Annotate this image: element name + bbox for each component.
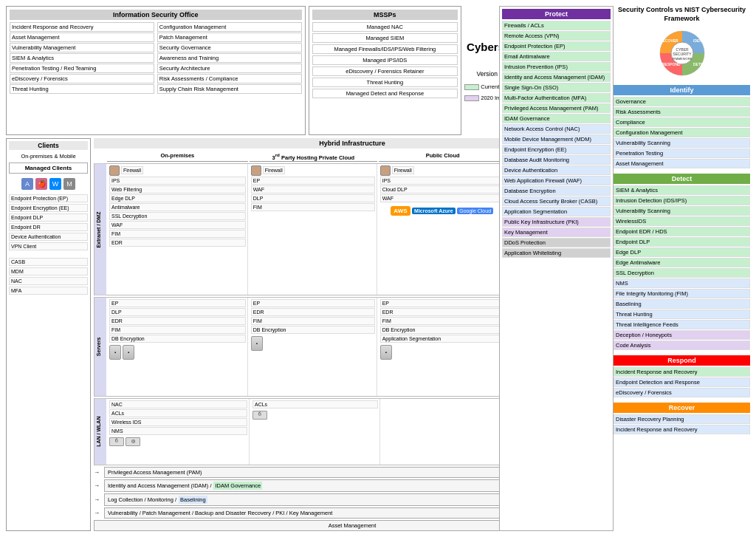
lan-3rdparty: ACLs ⎙ bbox=[251, 399, 380, 465]
srv-pc-fim: FIM bbox=[380, 317, 504, 325]
info-item: Penetration Testing / Red Teaming bbox=[10, 64, 154, 73]
si-3p-firewall: Firewall bbox=[263, 166, 285, 174]
info-item: Patch Management bbox=[157, 33, 302, 42]
detect-item: NMS bbox=[614, 278, 750, 288]
detect-item: Deception / Honeypots bbox=[614, 330, 750, 340]
os-icons: A 🍎 W M bbox=[9, 177, 88, 191]
windows-icon: W bbox=[49, 178, 61, 190]
server-hw-icons: ▪ ▪ bbox=[109, 345, 246, 360]
ap-icon: ◎ bbox=[126, 437, 140, 446]
protect-item: Web Application Firewall (WAF) bbox=[502, 176, 611, 185]
info-item: eDiscovery / Forensics bbox=[10, 74, 154, 83]
server-icon: ▪ bbox=[123, 345, 134, 360]
clients-box: Clients On-premises & Mobile Managed Cli… bbox=[6, 138, 91, 531]
legend-color-2020 bbox=[464, 95, 479, 101]
baselining-badge: Baselining bbox=[179, 496, 207, 504]
info-sec-title: Information Security Office bbox=[10, 10, 302, 20]
lan-nms: NMS bbox=[109, 427, 247, 435]
srv-ep: EP bbox=[109, 299, 246, 307]
server-hw-icons-3p: ▪ bbox=[251, 336, 375, 351]
col-onprem-header: On-premises bbox=[107, 152, 248, 162]
detect-item: Endpoint EDR / HDS bbox=[614, 227, 750, 236]
identify-item: Penetration Testing bbox=[614, 148, 750, 158]
protect-item: Key Management bbox=[502, 228, 611, 237]
respond-header: Respond bbox=[614, 355, 750, 366]
extranet-onprem: Firewall IPS Web Filtering Edge DLP Anti… bbox=[108, 164, 248, 295]
si-ips: IPS bbox=[109, 177, 246, 185]
switch-icon-3p: ⎙ bbox=[252, 411, 267, 420]
arrow2: → bbox=[94, 482, 103, 489]
info-sec-col2: Configuration Management Patch Managemen… bbox=[157, 22, 302, 95]
protect-item: Multi-Factor Authentication (MFA) bbox=[502, 93, 611, 103]
extranet-pubcloud: Firewall IPS Cloud DLP WAF AWS Microsoft… bbox=[379, 164, 506, 295]
col-pubcloud-header: Public Cloud bbox=[379, 152, 506, 162]
client-vpn: VPN Client bbox=[9, 242, 88, 250]
protect-item: Cloud Access Security Broker (CASB) bbox=[502, 196, 611, 206]
si-pc-cdlp: Cloud DLP bbox=[380, 185, 504, 194]
protect-item: Endpoint Protection (EP) bbox=[502, 41, 611, 51]
protect-item: Public Key Infrastructure (PKI) bbox=[502, 217, 611, 227]
si-pc-waf: WAF bbox=[380, 194, 504, 202]
protect-item: Single Sign-On (SSO) bbox=[502, 83, 611, 92]
protect-item: Database Audit Monitoring bbox=[502, 155, 611, 165]
identify-item: Asset Management bbox=[614, 159, 750, 168]
detect-item: WirelessIDS bbox=[614, 216, 750, 226]
client-casb: CASB bbox=[9, 258, 88, 266]
aws-area: AWS Microsoft Azure Google Cloud bbox=[380, 206, 504, 216]
arrow1: → bbox=[94, 469, 103, 476]
si-firewall: Firewall bbox=[121, 166, 143, 174]
mssps-title: MSSPs bbox=[312, 10, 458, 20]
servers-pubcloud: EP EDR FIM DB Encryption Application Seg… bbox=[379, 298, 506, 396]
lan-3p-acls: ACLs bbox=[252, 400, 378, 408]
mssp-item: Managed NAC bbox=[312, 22, 458, 32]
lan-hw-icons-3p: ⎙ bbox=[252, 411, 378, 420]
svg-text:RECOVER: RECOVER bbox=[660, 38, 678, 43]
lan-nac: NAC bbox=[109, 400, 247, 408]
info-item: Supply Chain Risk Management bbox=[157, 84, 302, 94]
info-item: Risk Assessments / Compliance bbox=[157, 74, 302, 83]
protect-item: Firewalls / ACLs bbox=[502, 21, 611, 30]
protect-item: Application Segmentation bbox=[502, 207, 611, 216]
detect-item: Edge DLP bbox=[614, 247, 750, 257]
gcp-badge: Google Cloud bbox=[457, 208, 493, 214]
info-item: SIEM & Analytics bbox=[10, 53, 154, 63]
srv-3p-fim: FIM bbox=[251, 317, 375, 325]
client-dlp: Endpoint DLP bbox=[9, 213, 88, 222]
info-item: Incident Response and Recovery bbox=[10, 22, 154, 32]
android-icon: A bbox=[21, 178, 33, 190]
arrow3: → bbox=[94, 496, 103, 503]
firewall-icon-pub bbox=[380, 165, 391, 176]
client-devauth: Device Authentication bbox=[9, 233, 88, 241]
protect-item: Privileged Access Management (PAM) bbox=[502, 103, 611, 113]
identify-item: Vulnerability Scanning bbox=[614, 138, 750, 148]
lan-wids: Wireless IDS bbox=[109, 418, 247, 426]
lan-acls: ACLs bbox=[109, 409, 247, 417]
client-ee: Endpoint Encryption (EE) bbox=[9, 204, 88, 212]
si-3p-fim: FIM bbox=[251, 203, 375, 211]
svg-text:RESPOND: RESPOND bbox=[662, 62, 681, 66]
mac-icon: M bbox=[63, 178, 75, 190]
mssp-item: Managed Firewalls/IDS/IPS/Web Filtering bbox=[312, 44, 458, 54]
si-antimalware: Antimalware bbox=[109, 203, 246, 211]
detect-item: SSL Decryption bbox=[614, 268, 750, 278]
clients-subtitle: On-premises & Mobile bbox=[9, 153, 88, 160]
si-pc-firewall: Firewall bbox=[392, 166, 414, 174]
detect-item: Code Analysis bbox=[614, 341, 750, 350]
protect-item: DDoS Protection bbox=[502, 238, 611, 247]
si-waf: WAF bbox=[109, 221, 246, 229]
info-item: Awareness and Training bbox=[157, 53, 302, 63]
protect-item: Network Access Control (NAC) bbox=[502, 124, 611, 134]
server-icon-3p: ▪ bbox=[251, 336, 263, 351]
managed-clients-label: Managed Clients bbox=[9, 163, 88, 174]
protect-item: Mobile Device Management (MDM) bbox=[502, 134, 611, 144]
si-ssldec: SSL Decryption bbox=[109, 212, 246, 220]
client-mdm: MDM bbox=[9, 267, 88, 276]
detect-section: Detect SIEM & Analytics Intrusion Detect… bbox=[614, 174, 750, 351]
respond-item: eDiscovery / Forensics bbox=[614, 388, 750, 397]
protect-item: Database Encryption bbox=[502, 186, 611, 196]
protect-item: Identity and Access Management (IDAM) bbox=[502, 72, 611, 82]
mssp-item: Managed Detect and Response bbox=[312, 89, 458, 98]
protect-item: Device Authentication bbox=[502, 165, 611, 175]
respond-item: Endpoint Detection and Response bbox=[614, 377, 750, 387]
client-mfa: MFA bbox=[9, 287, 88, 295]
